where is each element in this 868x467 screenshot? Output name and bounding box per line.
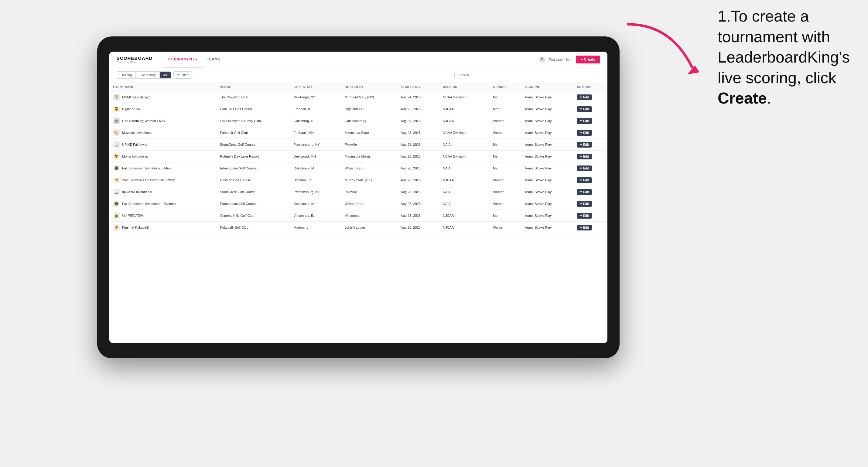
hosting-button[interactable]: Hosting bbox=[117, 72, 135, 79]
team-icon: 🌵 bbox=[113, 224, 120, 231]
cell-actions: ✏ Edit bbox=[573, 91, 608, 103]
edit-button[interactable]: ✏ Edit bbox=[577, 165, 592, 171]
edit-button[interactable]: ✏ Edit bbox=[577, 142, 592, 148]
cell-start-date: Aug 28, 2023 bbox=[397, 186, 439, 198]
table-row: 🏔️ upike fall invitational StoneCrest Go… bbox=[109, 186, 608, 198]
gear-icon[interactable]: ⚙ bbox=[539, 57, 545, 63]
edit-button[interactable]: ✏ Edit bbox=[577, 189, 592, 195]
table-row: 🐎 Maverick Invitational Faribault Golf C… bbox=[109, 127, 608, 139]
cell-hosted-by: Mt. Saint Mary (NY) bbox=[341, 91, 397, 103]
event-name-text: MSMC Qualifying 1 bbox=[122, 95, 151, 99]
cell-actions: ✏ Edit bbox=[573, 127, 608, 139]
cell-start-date: Aug 28, 2023 bbox=[397, 151, 439, 162]
cell-city-state: Deerwood, MN bbox=[290, 151, 341, 162]
edit-button[interactable]: ✏ Edit bbox=[577, 118, 592, 124]
annotation-bold: Create bbox=[718, 89, 767, 107]
edit-button[interactable]: ✏ Edit bbox=[577, 201, 592, 207]
cell-scoring: team, Stroke Play bbox=[522, 151, 573, 162]
cell-start-date: Aug 26, 2023 bbox=[397, 115, 439, 127]
cell-division: NAIA bbox=[439, 186, 489, 198]
table-row: 🏔️ UPIKE Fall Invite StoneCrest Golf Cou… bbox=[109, 139, 608, 151]
search-input[interactable] bbox=[454, 71, 600, 79]
nav-tournaments[interactable]: TOURNAMENTS bbox=[162, 52, 202, 67]
cell-venue: Lake Bracken Country Club bbox=[216, 115, 290, 127]
cell-division: NJCAA I bbox=[439, 115, 489, 127]
tablet-screen: SCOREBOARD Powered by Clippr TOURNAMENTS… bbox=[109, 52, 608, 343]
cell-start-date: Aug 25, 2023 bbox=[397, 103, 439, 115]
col-actions: ACTIONS bbox=[573, 83, 608, 91]
cell-hosted-by: Pikeville bbox=[341, 139, 397, 151]
filter-icon: ≡ bbox=[177, 73, 179, 77]
cell-gender: Men bbox=[489, 91, 522, 103]
create-button[interactable]: + Create bbox=[576, 56, 600, 63]
team-icon: 🏔️ bbox=[113, 189, 120, 195]
cell-hosted-by: Carl Sandburg bbox=[341, 115, 397, 127]
cell-scoring: team, Stroke Play bbox=[522, 91, 573, 103]
cell-gender: Men bbox=[489, 162, 522, 174]
col-event-name: EVENT NAME bbox=[109, 83, 216, 91]
cell-venue: StoneCrest Golf Course bbox=[216, 186, 290, 198]
team-icon: 🦅 bbox=[113, 153, 120, 160]
team-icon: 🐻 bbox=[113, 165, 120, 172]
filter-button[interactable]: ≡ Filter bbox=[174, 71, 192, 79]
all-button[interactable]: All bbox=[159, 72, 171, 79]
pencil-icon: ✏ bbox=[580, 202, 582, 205]
cell-gender: Women bbox=[489, 186, 522, 198]
cell-city-state: Marion, IL bbox=[290, 222, 341, 234]
table-row: 🐄 2023 Women's Hesston Fall Kickoff Hess… bbox=[109, 174, 608, 186]
team-icon: 🏔️ bbox=[113, 141, 120, 148]
logo-subtitle: Powered by Clippr bbox=[117, 61, 152, 63]
pencil-icon: ✏ bbox=[580, 131, 582, 134]
team-icon: 🏫 bbox=[113, 118, 120, 124]
cell-event-name: 🦅 Morris Invitational bbox=[109, 151, 216, 162]
col-start-date: START DATE bbox=[397, 83, 439, 91]
cell-start-date: Aug 28, 2023 bbox=[397, 174, 439, 186]
edit-button[interactable]: ✏ Edit bbox=[577, 94, 592, 100]
edit-button[interactable]: ✏ Edit bbox=[577, 154, 592, 159]
pencil-icon: ✏ bbox=[580, 155, 582, 158]
edit-button[interactable]: ✏ Edit bbox=[577, 177, 592, 183]
cell-actions: ✏ Edit bbox=[573, 174, 608, 186]
col-venue: VENUE bbox=[216, 83, 290, 91]
cell-actions: ✏ Edit bbox=[573, 162, 608, 174]
logo-title: SCOREBOARD bbox=[117, 56, 152, 61]
cell-venue: Cypress Hills Golf Club bbox=[216, 210, 290, 222]
cell-city-state: Galesburg, IL bbox=[290, 115, 341, 127]
cell-division: NAIA bbox=[439, 162, 489, 174]
cell-division: NCAA Division III bbox=[439, 151, 489, 162]
edit-button[interactable]: ✏ Edit bbox=[577, 130, 592, 136]
edit-button[interactable]: ✏ Edit bbox=[577, 106, 592, 112]
cell-gender: Men bbox=[489, 151, 522, 162]
cell-start-date: Aug 28, 2023 bbox=[397, 198, 439, 210]
cell-scoring: team, Stroke Play bbox=[522, 198, 573, 210]
event-name-text: Fall Statesmen Invitational - Women bbox=[122, 202, 176, 206]
competing-button[interactable]: Competing bbox=[135, 72, 159, 79]
nav-teams[interactable]: TEAMS bbox=[202, 52, 225, 67]
event-name-text: Morris Invitational bbox=[122, 155, 148, 158]
cell-actions: ✏ Edit bbox=[573, 198, 608, 210]
team-icon: 🏛️ bbox=[113, 212, 120, 219]
edit-button[interactable]: ✏ Edit bbox=[577, 213, 592, 219]
cell-hosted-by: Pikeville bbox=[341, 186, 397, 198]
cell-venue: Park Hills Golf Course bbox=[216, 103, 290, 115]
cell-venue: Faribault Golf Club bbox=[216, 127, 290, 139]
event-name-text: UPIKE Fall Invite bbox=[122, 143, 147, 146]
cell-scoring: team, Stroke Play bbox=[522, 174, 573, 186]
event-name-text: Highland 36 bbox=[122, 107, 140, 111]
events-table: EVENT NAME VENUE CITY, STATE HOSTED BY S… bbox=[109, 83, 608, 234]
cell-hosted-by: Murray State (OK) bbox=[341, 174, 397, 186]
table-row: 🦅 Morris Invitational Ruttger's Bay Lake… bbox=[109, 151, 608, 162]
cell-division: NAIA bbox=[439, 139, 489, 151]
cell-actions: ✏ Edit bbox=[573, 210, 608, 222]
pencil-icon: ✏ bbox=[580, 167, 582, 170]
edit-button[interactable]: ✏ Edit bbox=[577, 225, 592, 230]
nav-right: ⚙ Test User | Sign + Create bbox=[539, 56, 600, 63]
cell-start-date: Aug 28, 2023 bbox=[397, 222, 439, 234]
table-row: 🏫 Carl Sandburg Women FA23 Lake Bracken … bbox=[109, 115, 608, 127]
cell-division: NJCAA II bbox=[439, 210, 489, 222]
cell-event-name: 🌵 Klash at Kokopelli bbox=[109, 222, 216, 234]
pencil-icon: ✏ bbox=[580, 226, 582, 229]
cell-venue: StoneCrest Golf Course bbox=[216, 139, 290, 151]
cell-city-state: Prestonsburg, KY bbox=[290, 186, 341, 198]
event-name-text: 2023 Women's Hesston Fall Kickoff bbox=[122, 178, 175, 182]
